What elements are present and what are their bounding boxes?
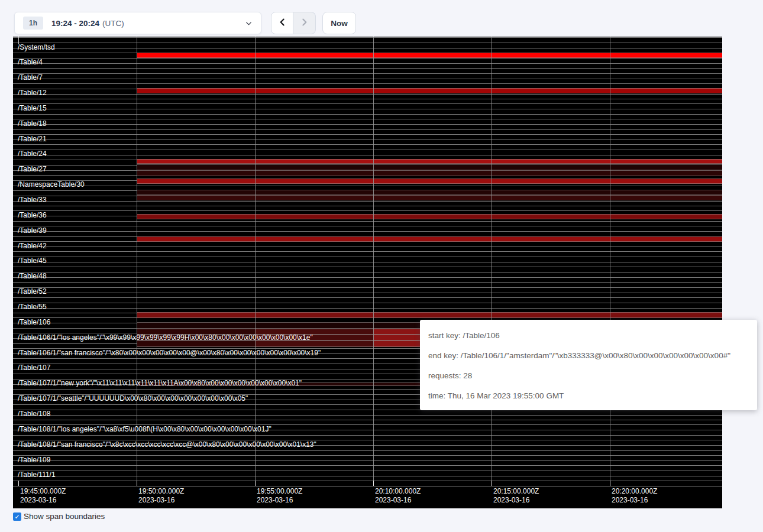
- tooltip-time: time: Thu, 16 Mar 2023 19:55:00 GMT: [428, 386, 749, 406]
- chevron-left-icon: [277, 17, 287, 30]
- span-boundary-line: [13, 201, 722, 202]
- previous-interval-button[interactable]: [271, 12, 293, 34]
- row-label: /Table/106/1/"los angeles"/"\x99\x99\x99…: [18, 334, 313, 342]
- row-label: /Table/15: [18, 105, 47, 112]
- span-boundary-line: [13, 231, 722, 232]
- span-tooltip: start key: /Table/106 end key: /Table/10…: [420, 320, 757, 410]
- row-label: /Table/18: [18, 120, 47, 128]
- row-label: /Table/108/1/"san francisco"/"\x8c\xcc\x…: [18, 441, 316, 449]
- show-span-boundaries-control: ✓ Show span boundaries: [13, 512, 105, 521]
- axis-tick-mark: [492, 481, 492, 486]
- span-boundary-line: [13, 303, 722, 303]
- span-boundary-line: [13, 415, 722, 416]
- heatmap-band[interactable]: [137, 236, 722, 242]
- show-span-boundaries-checkbox[interactable]: ✓: [13, 512, 21, 521]
- chevron-down-icon: [245, 20, 253, 27]
- span-boundary-line: [13, 155, 722, 155]
- span-boundary-line: [13, 297, 722, 298]
- heatmap-band[interactable]: [137, 190, 722, 195]
- row-label: /Table/21: [18, 135, 47, 143]
- row-label: /Table/39: [18, 227, 47, 235]
- heatmap-band[interactable]: [137, 170, 722, 176]
- span-boundary-line: [13, 272, 722, 273]
- row-label: /Table/7: [18, 74, 43, 82]
- span-boundary-line: [13, 114, 722, 115]
- span-boundary-line: [13, 277, 722, 278]
- span-boundary-line: [13, 246, 722, 247]
- heatmap-band[interactable]: [373, 340, 420, 347]
- time-gridline: [255, 37, 256, 486]
- span-boundary-line: [13, 420, 722, 420]
- heatmap-band[interactable]: [137, 53, 722, 58]
- span-boundary-line: [13, 251, 722, 252]
- row-label: /Table/107: [18, 364, 50, 372]
- span-boundary-line: [13, 226, 722, 226]
- tooltip-start-key: start key: /Table/106: [428, 326, 749, 346]
- row-label: /System/tsd: [18, 44, 55, 51]
- span-boundary-line: [13, 287, 722, 288]
- axis-tick-mark: [18, 481, 19, 486]
- axis-tick-mark: [137, 481, 137, 486]
- time-preset-badge: 1h: [23, 17, 43, 30]
- heatmap-band[interactable]: [137, 159, 722, 164]
- x-axis-tick-label: 19:55:00.000Z2023-03-16: [257, 487, 302, 505]
- span-boundary-line: [13, 267, 722, 267]
- key-visualizer-heatmap[interactable]: /System/tsd/Table/4/Table/7/Table/12/Tab…: [13, 37, 722, 508]
- time-range-label: 19:24 - 20:24: [51, 19, 99, 28]
- span-boundary-line: [13, 94, 722, 95]
- x-axis-tick-label: 20:15:00.000Z2023-03-16: [493, 487, 539, 505]
- row-label: /Table/45: [18, 257, 47, 265]
- span-boundary-line: [13, 43, 722, 43]
- span-boundary-line: [13, 206, 722, 206]
- span-boundary-line: [13, 210, 722, 211]
- time-gridline: [610, 37, 610, 486]
- row-label: /Table/108/1/"los angeles"/"\xa8\xf5\u00…: [18, 426, 271, 433]
- chevron-right-icon: [299, 17, 309, 30]
- row-label: /Table/107/1/"seattle"/"UUUUUUD\x00\x80\…: [18, 395, 248, 403]
- row-label: /Table/107/1/"new york"/"\x11\x11\x11\x1…: [18, 379, 302, 387]
- row-label: /Table/27: [18, 166, 47, 173]
- span-boundary-line: [13, 262, 722, 262]
- span-boundary-line: [13, 486, 722, 486]
- heatmap-band[interactable]: [137, 179, 722, 184]
- heatmap-band[interactable]: [373, 329, 420, 335]
- time-gridline: [373, 37, 374, 486]
- heatmap-band[interactable]: [137, 195, 722, 200]
- axis-tick-mark: [255, 481, 256, 486]
- axis-tick-mark: [373, 481, 374, 486]
- span-boundary-line: [13, 471, 722, 471]
- span-boundary-line: [13, 481, 722, 481]
- span-boundary-line: [13, 83, 722, 84]
- span-boundary-line: [13, 134, 722, 135]
- row-label: /Table/111/1: [18, 471, 56, 479]
- row-label: /Table/109: [18, 456, 50, 464]
- tooltip-requests: requests: 28: [428, 366, 749, 386]
- span-boundary-line: [13, 186, 722, 186]
- span-boundary-line: [13, 140, 722, 140]
- span-boundary-line: [13, 221, 722, 222]
- heatmap-band[interactable]: [373, 335, 420, 340]
- span-boundary-line: [13, 150, 722, 150]
- next-interval-button[interactable]: [293, 12, 316, 34]
- row-label: /Table/12: [18, 89, 47, 97]
- row-label: /Table/48: [18, 273, 47, 280]
- time-gridline: [492, 37, 492, 486]
- span-boundary-line: [13, 37, 722, 38]
- time-gridline: [137, 37, 137, 486]
- heatmap-band[interactable]: [137, 312, 722, 318]
- span-boundary-line: [13, 450, 722, 451]
- time-range-select[interactable]: 1h 19:24 - 20:24 (UTC): [14, 12, 261, 34]
- row-label: /Table/106/1/"san francisco"/"\x80\x00\x…: [18, 349, 321, 357]
- span-boundary-line: [13, 460, 722, 461]
- heatmap-band[interactable]: [137, 88, 722, 93]
- time-nav-group: [271, 12, 316, 34]
- span-boundary-line: [13, 103, 722, 104]
- heatmap-band[interactable]: [137, 214, 722, 219]
- row-label: /Table/33: [18, 196, 47, 204]
- now-button[interactable]: Now: [322, 12, 356, 34]
- row-label: /Table/24: [18, 150, 47, 158]
- row-label: /Table/55: [18, 303, 47, 311]
- time-zone-label: (UTC): [102, 19, 124, 28]
- heatmap-band[interactable]: [137, 164, 722, 170]
- span-boundary-line: [13, 109, 722, 109]
